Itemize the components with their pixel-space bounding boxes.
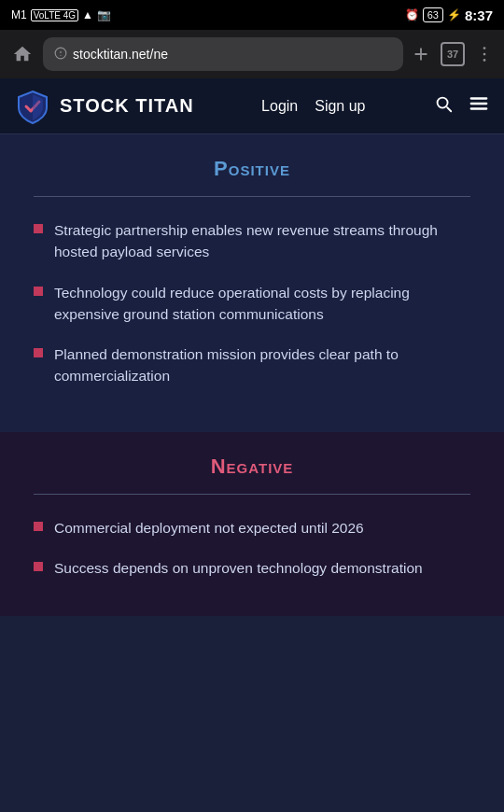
status-right: ⏰ 63 ⚡ 8:37	[405, 7, 493, 23]
nav-links: Login Sign up	[261, 98, 365, 115]
time-display: 8:37	[465, 7, 493, 23]
status-bar: M1 VoLTE 4G ▲ 📷 ⏰ 63 ⚡ 8:37	[0, 0, 504, 30]
signal-icon: ▲	[82, 8, 93, 21]
negative-bullet-2-text: Success depends on unproven technology d…	[54, 557, 423, 579]
positive-bullet-list: Strategic partnership enables new revenu…	[34, 219, 470, 387]
battery-level: 63	[423, 7, 443, 22]
menu-icon[interactable]	[469, 93, 489, 119]
negative-section: Negative Commercial deployment not expec…	[0, 432, 504, 617]
positive-title: Positive	[34, 157, 470, 181]
positive-bullet-1-text: Strategic partnership enables new revenu…	[54, 219, 470, 263]
new-tab-button[interactable]	[411, 44, 431, 64]
positive-bullet-2: Technology could reduce operational cost…	[34, 282, 470, 326]
alarm-icon: ⏰	[405, 8, 419, 21]
positive-bullet-3: Planned demonstration mission provides c…	[34, 343, 470, 387]
bullet-square-icon	[34, 224, 43, 233]
positive-bullet-1: Strategic partnership enables new revenu…	[34, 219, 470, 263]
negative-bullet-list: Commercial deployment not expected until…	[34, 517, 470, 580]
svg-point-4	[483, 53, 486, 56]
nav-bar: STOCK TITAN Login Sign up	[0, 78, 504, 134]
signup-link[interactable]: Sign up	[315, 98, 365, 115]
svg-point-2	[60, 54, 61, 55]
url-bar[interactable]: stocktitan.net/ne	[43, 37, 403, 71]
browser-actions: 37	[411, 42, 495, 66]
url-security-icon	[54, 47, 67, 63]
logo-icon	[15, 89, 50, 124]
status-left: M1 VoLTE 4G ▲ 📷	[11, 8, 111, 21]
positive-divider	[34, 196, 470, 197]
logo-text: STOCK TITAN	[60, 95, 194, 117]
search-icon[interactable]	[433, 93, 454, 119]
bullet-square-icon	[34, 348, 43, 357]
bullet-square-icon	[34, 562, 43, 571]
login-link[interactable]: Login	[261, 98, 298, 115]
browser-menu-button[interactable]	[474, 44, 495, 64]
bullet-square-icon	[34, 287, 43, 296]
browser-bar: stocktitan.net/ne 37	[0, 30, 504, 78]
positive-bullet-2-text: Technology could reduce operational cost…	[54, 282, 470, 326]
negative-bullet-2: Success depends on unproven technology d…	[34, 557, 470, 579]
home-button[interactable]	[9, 41, 35, 67]
svg-point-3	[483, 47, 486, 49]
url-text: stocktitan.net/ne	[73, 47, 392, 62]
bullet-square-icon	[34, 522, 43, 531]
positive-bullet-3-text: Planned demonstration mission provides c…	[54, 343, 470, 387]
main-content: Positive Strategic partnership enables n…	[0, 134, 504, 616]
tabs-count-button[interactable]: 37	[441, 42, 465, 66]
nav-icons	[433, 93, 489, 119]
positive-section: Positive Strategic partnership enables n…	[0, 134, 504, 425]
network-type-label: VoLTE 4G	[31, 9, 78, 21]
negative-title: Negative	[34, 455, 470, 479]
logo[interactable]: STOCK TITAN	[15, 89, 194, 124]
negative-bullet-1: Commercial deployment not expected until…	[34, 517, 470, 539]
negative-divider	[34, 494, 470, 495]
negative-bullet-1-text: Commercial deployment not expected until…	[54, 517, 364, 539]
charging-icon: ⚡	[447, 8, 461, 21]
svg-point-5	[483, 59, 486, 62]
instagram-icon: 📷	[97, 8, 111, 21]
carrier-label: M1	[11, 8, 27, 21]
